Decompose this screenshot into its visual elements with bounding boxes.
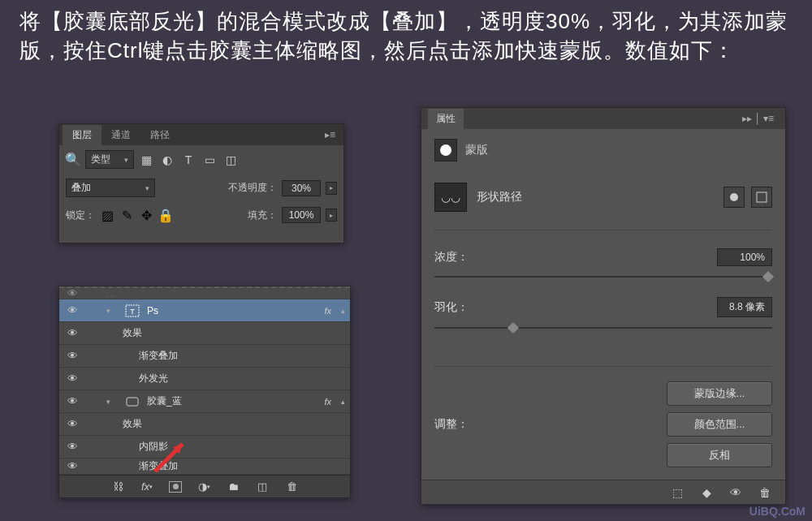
filter-text-icon[interactable]: T bbox=[181, 153, 196, 167]
feather-slider[interactable] bbox=[434, 322, 772, 334]
fill-slider-toggle[interactable]: ▸ bbox=[326, 209, 337, 222]
layers-list-panel: 👁 … 👁 ▾ T Ps fx ▴ 👁 效果 👁 渐变叠加 👁 外发光 👁 ▾ … bbox=[58, 286, 351, 498]
new-group-icon[interactable]: 🖿 bbox=[226, 480, 240, 494]
instruction-text: 将【胶囊底部反光】的混合模式改成【叠加】，透明度30%，羽化，为其添加蒙版，按住… bbox=[19, 6, 796, 66]
density-slider[interactable] bbox=[434, 271, 772, 282]
visibility-eye-icon[interactable]: 👁 bbox=[64, 304, 80, 316]
properties-header: 属性 ▸▸ │ ▾≡ bbox=[421, 108, 785, 129]
svg-rect-2 bbox=[127, 398, 138, 406]
layer-row-gradient-overlay[interactable]: 👁 渐变叠加 bbox=[59, 345, 350, 368]
expand-arrow-icon[interactable]: ▾ bbox=[106, 307, 118, 315]
shape-path-label: 形状路径 bbox=[477, 190, 714, 205]
mask-edge-button[interactable]: 蒙版边缘... bbox=[667, 381, 772, 406]
svg-text:T: T bbox=[130, 308, 135, 316]
mask-type-row: 蒙版 bbox=[434, 139, 772, 161]
lock-transparent-icon[interactable]: ▨ bbox=[100, 208, 114, 222]
visibility-eye-icon[interactable]: 👁 bbox=[64, 395, 80, 407]
color-range-button[interactable]: 颜色范围... bbox=[667, 412, 772, 437]
shape-path-row: ◡◡ 形状路径 bbox=[434, 173, 772, 230]
density-input[interactable]: 100% bbox=[717, 248, 772, 266]
adjust-label: 调整： bbox=[434, 417, 469, 432]
layer-row-inner-shadow[interactable]: 👁 内阴影 bbox=[59, 436, 350, 459]
layer-name: 外发光 bbox=[139, 372, 345, 385]
expand-arrow-icon[interactable]: ▾ bbox=[106, 398, 118, 406]
delete-mask-icon[interactable]: 🗑 bbox=[758, 485, 772, 500]
filter-adjust-icon[interactable]: ◐ bbox=[160, 153, 175, 167]
mask-label: 蒙版 bbox=[465, 143, 488, 157]
layer-name: 渐变叠加 bbox=[139, 459, 345, 473]
vector-mask-button[interactable] bbox=[751, 187, 772, 208]
density-label: 浓度： bbox=[434, 250, 491, 265]
blend-mode-dropdown[interactable]: 叠加 bbox=[66, 179, 155, 197]
panel-menu-icon[interactable]: ▸▸ │ ▾≡ bbox=[737, 113, 779, 124]
adjustment-layer-icon[interactable]: ◑▾ bbox=[197, 480, 211, 494]
svg-rect-3 bbox=[757, 192, 767, 202]
visibility-eye-icon[interactable]: 👁 bbox=[64, 441, 80, 453]
feather-label: 羽化： bbox=[434, 300, 491, 315]
visibility-eye-icon[interactable]: 👁 bbox=[64, 287, 80, 299]
layer-name: 胶囊_蓝 bbox=[147, 394, 319, 408]
apply-mask-icon[interactable]: ◆ bbox=[699, 485, 714, 500]
layer-row-outer-glow[interactable]: 👁 外发光 bbox=[59, 368, 350, 390]
layer-name: Ps bbox=[147, 305, 319, 316]
pixel-mask-button[interactable] bbox=[723, 187, 745, 208]
opacity-input[interactable]: 30% bbox=[282, 180, 321, 196]
tab-layers[interactable]: 图层 bbox=[63, 125, 102, 145]
layer-name: 效果 bbox=[123, 417, 345, 431]
fill-input[interactable]: 100% bbox=[282, 207, 321, 223]
tab-channels[interactable]: 通道 bbox=[102, 125, 140, 145]
fx-indicator[interactable]: fx bbox=[324, 306, 331, 316]
fx-indicator[interactable]: fx bbox=[324, 397, 331, 407]
layer-name: 效果 bbox=[123, 326, 345, 340]
fx-expand-icon[interactable]: ▴ bbox=[341, 398, 345, 406]
visibility-eye-icon[interactable]: 👁 bbox=[64, 327, 80, 339]
visibility-eye-icon[interactable]: 👁 bbox=[64, 460, 80, 472]
fill-label: 填充： bbox=[248, 209, 277, 222]
layer-row-ps[interactable]: 👁 ▾ T Ps fx ▴ bbox=[59, 299, 350, 322]
shape-thumbnail[interactable]: ◡◡ bbox=[434, 183, 467, 212]
filter-smart-icon[interactable]: ◫ bbox=[223, 153, 238, 167]
filter-type-dropdown[interactable]: 类型 bbox=[85, 150, 134, 169]
panel-menu-icon[interactable]: ▸≡ bbox=[320, 129, 340, 140]
layers-panel-options: 图层 通道 路径 ▸≡ 🔍 类型 ▦ ◐ T ▭ ◫ 叠加 不透明度： 30% … bbox=[58, 123, 344, 243]
properties-footer: ⬚ ◆ 👁 🗑 bbox=[421, 480, 785, 504]
layer-name: 内阴影 bbox=[139, 440, 345, 454]
mask-type-icon[interactable] bbox=[434, 139, 457, 161]
lock-label: 锁定： bbox=[66, 209, 95, 222]
new-layer-icon[interactable]: ◫ bbox=[255, 480, 270, 494]
layer-row-effects[interactable]: 👁 效果 bbox=[59, 413, 350, 436]
opacity-label: 不透明度： bbox=[228, 181, 277, 195]
lock-position-icon[interactable]: ✥ bbox=[139, 208, 153, 222]
load-selection-icon[interactable]: ⬚ bbox=[670, 485, 685, 500]
invert-button[interactable]: 反相 bbox=[667, 443, 772, 467]
fx-expand-icon[interactable]: ▴ bbox=[341, 307, 345, 315]
properties-tab[interactable]: 属性 bbox=[428, 109, 464, 129]
layer-row-capsule-blue[interactable]: 👁 ▾ 胶囊_蓝 fx ▴ bbox=[59, 390, 350, 413]
add-mask-icon[interactable] bbox=[169, 481, 182, 493]
lock-pixels-icon[interactable]: ✎ bbox=[119, 208, 134, 222]
link-layers-icon[interactable]: ⛓ bbox=[110, 480, 125, 494]
filter-shape-icon[interactable]: ▭ bbox=[202, 153, 217, 167]
visibility-eye-icon[interactable]: 👁 bbox=[64, 418, 80, 430]
watermark: UiBQ.CoM bbox=[749, 505, 806, 518]
toggle-visibility-icon[interactable]: 👁 bbox=[728, 485, 743, 500]
visibility-eye-icon[interactable]: 👁 bbox=[64, 350, 80, 362]
lock-all-icon[interactable]: 🔒 bbox=[158, 208, 173, 222]
opacity-slider-toggle[interactable]: ▸ bbox=[326, 182, 337, 195]
layer-row-effects[interactable]: 👁 效果 bbox=[59, 322, 350, 345]
search-icon[interactable]: 🔍 bbox=[66, 153, 80, 167]
text-layer-icon: T bbox=[123, 303, 142, 319]
properties-panel: 属性 ▸▸ │ ▾≡ 蒙版 ◡◡ 形状路径 浓度： 100% 羽化： bbox=[421, 107, 786, 505]
visibility-eye-icon[interactable]: 👁 bbox=[64, 372, 80, 385]
layers-footer: ⛓ fx▾ ◑▾ 🖿 ◫ 🗑 bbox=[59, 475, 350, 497]
filter-pixel-icon[interactable]: ▦ bbox=[139, 153, 153, 167]
shape-layer-icon bbox=[123, 394, 142, 410]
layer-name: 渐变叠加 bbox=[139, 349, 345, 363]
feather-input[interactable]: 8.8 像素 bbox=[717, 297, 772, 317]
tab-paths[interactable]: 路径 bbox=[140, 125, 179, 145]
layer-style-icon[interactable]: fx▾ bbox=[140, 480, 154, 494]
layer-row-cut: 👁 … bbox=[59, 286, 350, 299]
delete-layer-icon[interactable]: 🗑 bbox=[284, 480, 299, 494]
panel-tabs: 图层 通道 路径 ▸≡ bbox=[59, 124, 343, 145]
layer-row-gradient-overlay-2[interactable]: 👁 渐变叠加 bbox=[59, 459, 350, 475]
